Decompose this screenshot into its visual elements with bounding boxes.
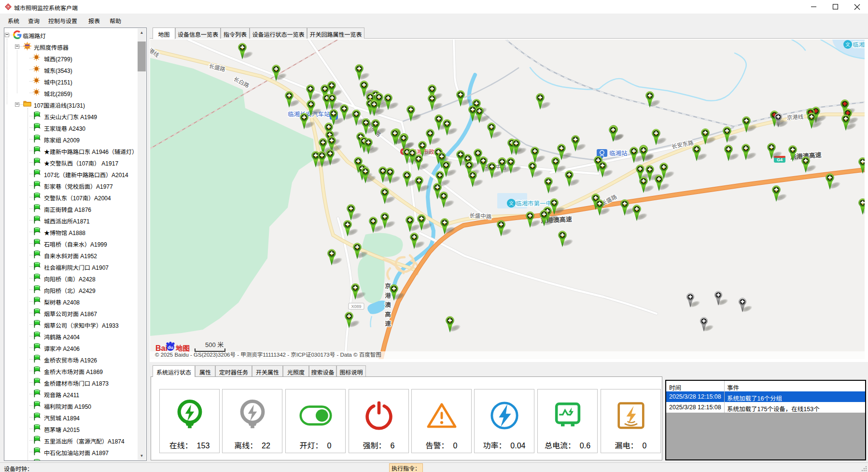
svg-text:du: du	[168, 345, 173, 350]
svg-text:X089: X089	[351, 304, 361, 309]
svg-text:文: 文	[845, 42, 850, 47]
svg-text:500 米: 500 米	[205, 341, 224, 348]
svg-text:京港线: 京港线	[786, 114, 804, 121]
svg-text:© 2025 Baidu - GS(2023)3206号 -: © 2025 Baidu - GS(2023)3206号 - 甲测资字11111…	[155, 352, 381, 358]
svg-text:临湘市: 临湘市	[853, 42, 865, 48]
svg-text:Bai: Bai	[155, 344, 168, 352]
svg-text:临湘长安汽车站: 临湘长安汽车站	[288, 111, 330, 118]
svg-text:地图: 地图	[176, 345, 190, 352]
svg-text:京港澳高速: 京港澳高速	[384, 281, 391, 328]
svg-text:文: 文	[509, 201, 514, 206]
svg-text:G4: G4	[777, 157, 783, 162]
svg-text:临湘站: 临湘站	[609, 150, 628, 157]
